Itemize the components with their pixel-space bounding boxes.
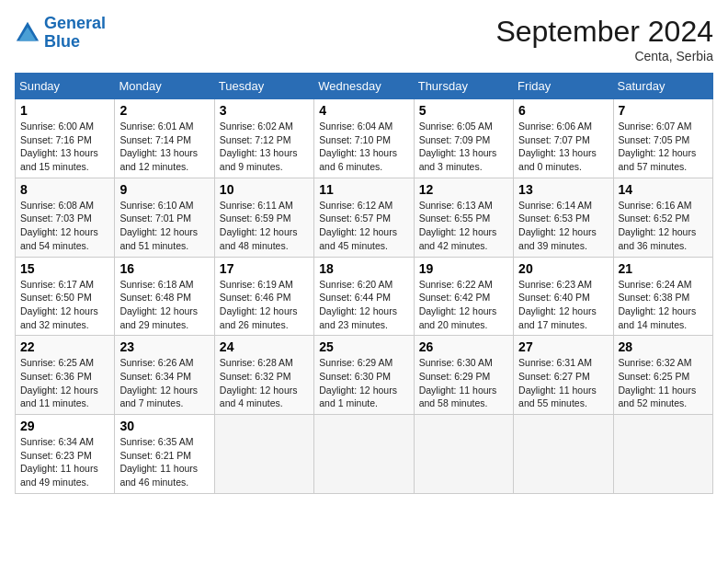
day-content: Sunrise: 6:35 AM Sunset: 6:21 PM Dayligh… [119, 435, 209, 489]
calendar-cell: 25 Sunrise: 6:29 AM Sunset: 6:30 PM Dayl… [314, 336, 414, 415]
day-content: Sunrise: 6:29 AM Sunset: 6:30 PM Dayligh… [319, 356, 408, 410]
day-content: Sunrise: 6:16 AM Sunset: 6:52 PM Dayligh… [619, 199, 708, 253]
calendar-cell: 5 Sunrise: 6:05 AM Sunset: 7:09 PM Dayli… [414, 99, 513, 178]
calendar-week-row: 8 Sunrise: 6:08 AM Sunset: 7:03 PM Dayli… [16, 178, 713, 257]
calendar-cell: 23 Sunrise: 6:26 AM Sunset: 6:34 PM Dayl… [115, 336, 214, 415]
day-content: Sunrise: 6:12 AM Sunset: 6:57 PM Dayligh… [319, 199, 408, 253]
day-content: Sunrise: 6:24 AM Sunset: 6:38 PM Dayligh… [619, 278, 708, 332]
day-content: Sunrise: 6:18 AM Sunset: 6:48 PM Dayligh… [119, 278, 209, 332]
calendar-cell: 29 Sunrise: 6:34 AM Sunset: 6:23 PM Dayl… [16, 415, 115, 494]
day-number: 19 [419, 261, 508, 276]
day-content: Sunrise: 6:23 AM Sunset: 6:40 PM Dayligh… [518, 278, 608, 332]
day-content: Sunrise: 6:34 AM Sunset: 6:23 PM Dayligh… [20, 435, 109, 489]
day-content: Sunrise: 6:30 AM Sunset: 6:29 PM Dayligh… [419, 356, 508, 410]
calendar-week-row: 29 Sunrise: 6:34 AM Sunset: 6:23 PM Dayl… [16, 415, 713, 494]
calendar-cell: 20 Sunrise: 6:23 AM Sunset: 6:40 PM Dayl… [514, 257, 613, 336]
day-number: 7 [619, 103, 708, 118]
day-number: 18 [319, 261, 408, 276]
header-wednesday: Wednesday [314, 74, 414, 99]
day-number: 2 [119, 103, 209, 118]
header-sunday: Sunday [16, 74, 115, 99]
calendar-cell: 8 Sunrise: 6:08 AM Sunset: 7:03 PM Dayli… [16, 178, 115, 257]
calendar-cell [314, 415, 414, 494]
weekday-header-row: Sunday Monday Tuesday Wednesday Thursday… [16, 74, 713, 99]
day-number: 3 [220, 103, 309, 118]
calendar-cell: 2 Sunrise: 6:01 AM Sunset: 7:14 PM Dayli… [115, 99, 214, 178]
header-friday: Friday [514, 74, 613, 99]
day-number: 13 [518, 182, 608, 197]
day-number: 25 [319, 339, 408, 354]
calendar-cell: 1 Sunrise: 6:00 AM Sunset: 7:16 PM Dayli… [16, 99, 115, 178]
day-number: 27 [518, 339, 608, 354]
month-title: September 2024 [495, 15, 713, 49]
day-number: 23 [119, 339, 209, 354]
calendar-cell: 6 Sunrise: 6:06 AM Sunset: 7:07 PM Dayli… [514, 99, 613, 178]
day-content: Sunrise: 6:05 AM Sunset: 7:09 PM Dayligh… [419, 120, 508, 174]
calendar-cell: 14 Sunrise: 6:16 AM Sunset: 6:52 PM Dayl… [613, 178, 712, 257]
page-header: General Blue September 2024 Centa, Serbi… [15, 15, 713, 63]
day-number: 14 [619, 182, 708, 197]
day-content: Sunrise: 6:13 AM Sunset: 6:55 PM Dayligh… [419, 199, 508, 253]
calendar-table: Sunday Monday Tuesday Wednesday Thursday… [15, 73, 713, 494]
day-number: 17 [220, 261, 309, 276]
day-content: Sunrise: 6:10 AM Sunset: 7:01 PM Dayligh… [119, 199, 209, 253]
header-saturday: Saturday [613, 74, 712, 99]
day-number: 12 [419, 182, 508, 197]
logo: General Blue [15, 15, 106, 52]
calendar-week-row: 22 Sunrise: 6:25 AM Sunset: 6:36 PM Dayl… [16, 336, 713, 415]
day-number: 29 [20, 419, 109, 433]
title-area: September 2024 Centa, Serbia [495, 15, 713, 63]
day-content: Sunrise: 6:26 AM Sunset: 6:34 PM Dayligh… [119, 356, 209, 410]
location: Centa, Serbia [495, 49, 713, 63]
day-content: Sunrise: 6:25 AM Sunset: 6:36 PM Dayligh… [20, 356, 109, 410]
calendar-cell [514, 415, 613, 494]
calendar-cell: 7 Sunrise: 6:07 AM Sunset: 7:05 PM Dayli… [613, 99, 712, 178]
day-number: 30 [119, 419, 209, 433]
day-number: 8 [20, 182, 109, 197]
header-monday: Monday [115, 74, 214, 99]
day-content: Sunrise: 6:00 AM Sunset: 7:16 PM Dayligh… [20, 120, 109, 174]
calendar-cell: 3 Sunrise: 6:02 AM Sunset: 7:12 PM Dayli… [214, 99, 313, 178]
calendar-cell [613, 415, 712, 494]
day-content: Sunrise: 6:11 AM Sunset: 6:59 PM Dayligh… [220, 199, 309, 253]
day-number: 22 [20, 339, 109, 354]
day-content: Sunrise: 6:02 AM Sunset: 7:12 PM Dayligh… [220, 120, 309, 174]
calendar-cell: 12 Sunrise: 6:13 AM Sunset: 6:55 PM Dayl… [414, 178, 513, 257]
day-number: 5 [419, 103, 508, 118]
calendar-week-row: 1 Sunrise: 6:00 AM Sunset: 7:16 PM Dayli… [16, 99, 713, 178]
calendar-cell: 16 Sunrise: 6:18 AM Sunset: 6:48 PM Dayl… [115, 257, 214, 336]
day-number: 16 [119, 261, 209, 276]
calendar-cell: 26 Sunrise: 6:30 AM Sunset: 6:29 PM Dayl… [414, 336, 513, 415]
day-content: Sunrise: 6:14 AM Sunset: 6:53 PM Dayligh… [518, 199, 608, 253]
day-number: 24 [220, 339, 309, 354]
calendar-cell: 21 Sunrise: 6:24 AM Sunset: 6:38 PM Dayl… [613, 257, 712, 336]
day-content: Sunrise: 6:01 AM Sunset: 7:14 PM Dayligh… [119, 120, 209, 174]
calendar-cell: 10 Sunrise: 6:11 AM Sunset: 6:59 PM Dayl… [214, 178, 313, 257]
day-number: 15 [20, 261, 109, 276]
logo-text: General Blue [44, 15, 106, 52]
day-number: 1 [20, 103, 109, 118]
header-thursday: Thursday [414, 74, 513, 99]
day-number: 9 [119, 182, 209, 197]
day-content: Sunrise: 6:22 AM Sunset: 6:42 PM Dayligh… [419, 278, 508, 332]
day-content: Sunrise: 6:31 AM Sunset: 6:27 PM Dayligh… [518, 356, 608, 410]
day-number: 4 [319, 103, 408, 118]
day-content: Sunrise: 6:28 AM Sunset: 6:32 PM Dayligh… [220, 356, 309, 410]
calendar-cell [414, 415, 513, 494]
calendar-cell: 9 Sunrise: 6:10 AM Sunset: 7:01 PM Dayli… [115, 178, 214, 257]
calendar-cell: 17 Sunrise: 6:19 AM Sunset: 6:46 PM Dayl… [214, 257, 313, 336]
day-content: Sunrise: 6:17 AM Sunset: 6:50 PM Dayligh… [20, 278, 109, 332]
day-content: Sunrise: 6:32 AM Sunset: 6:25 PM Dayligh… [619, 356, 708, 410]
calendar-cell: 15 Sunrise: 6:17 AM Sunset: 6:50 PM Dayl… [16, 257, 115, 336]
calendar-week-row: 15 Sunrise: 6:17 AM Sunset: 6:50 PM Dayl… [16, 257, 713, 336]
day-number: 20 [518, 261, 608, 276]
day-content: Sunrise: 6:04 AM Sunset: 7:10 PM Dayligh… [319, 120, 408, 174]
calendar-cell: 24 Sunrise: 6:28 AM Sunset: 6:32 PM Dayl… [214, 336, 313, 415]
day-content: Sunrise: 6:20 AM Sunset: 6:44 PM Dayligh… [319, 278, 408, 332]
calendar-cell: 28 Sunrise: 6:32 AM Sunset: 6:25 PM Dayl… [613, 336, 712, 415]
calendar-cell: 11 Sunrise: 6:12 AM Sunset: 6:57 PM Dayl… [314, 178, 414, 257]
day-number: 28 [619, 339, 708, 354]
logo-icon [15, 20, 40, 46]
calendar-cell: 4 Sunrise: 6:04 AM Sunset: 7:10 PM Dayli… [314, 99, 414, 178]
day-number: 26 [419, 339, 508, 354]
